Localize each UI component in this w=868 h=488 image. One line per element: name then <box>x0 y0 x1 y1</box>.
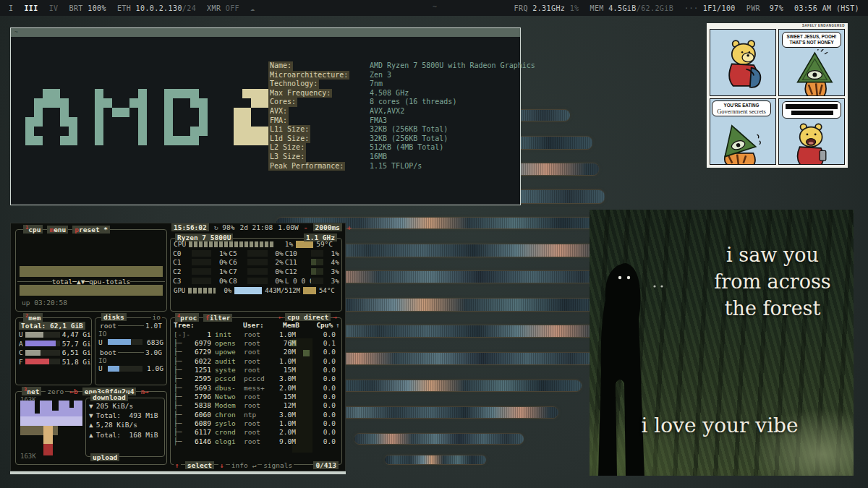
gpu-total-graph <box>20 285 163 296</box>
mem-bar <box>25 332 60 338</box>
cpu-info-row: Technology: 7nm <box>268 80 535 89</box>
cpu-info-row: AVX: AVX,AVX2 <box>268 107 535 116</box>
cpu-model-label: Ryzen 7 5800U <box>175 234 233 241</box>
process-row[interactable]: ├─5796Networoot15M0.0 <box>171 392 341 401</box>
process-row[interactable]: ├─1251systeroot15M0.0 <box>171 365 341 374</box>
cpu-info-label: AVX: <box>268 107 289 116</box>
proc-sort-right-button[interactable]: → <box>333 313 337 321</box>
cpu-info-value: 1.15 TFLOP/s <box>370 162 422 171</box>
interval-minus-button[interactable]: - <box>304 223 308 231</box>
core-row: C30% <box>173 276 227 286</box>
forest-creature-silhouette <box>592 262 679 476</box>
proc-box-title[interactable]: 4proc <box>175 313 199 322</box>
preset-button[interactable]: preset * <box>72 226 110 234</box>
cpu-box-title[interactable]: 1cpu <box>23 225 43 234</box>
upload-label: upload <box>90 453 119 461</box>
net-prev-button[interactable]: ←b <box>69 388 77 395</box>
cpu-temp-graph <box>296 241 313 248</box>
cpu-info-row: Max Frequency: 4.508 GHz <box>268 89 535 98</box>
net-zero-button[interactable]: zero <box>46 388 65 395</box>
cpu-info-value: AVX,AVX2 <box>370 107 404 116</box>
net-next-button[interactable]: n→ <box>140 388 148 395</box>
btop-status-row: 15:56:02 ↻ 98% 2d 21:08 1.00W - 2000ms + <box>171 223 352 231</box>
select-down-arrow[interactable]: ↓ <box>218 461 226 469</box>
shocked-pooh-figure <box>779 121 844 165</box>
disk-io-label: IO <box>98 330 163 338</box>
interval-plus-button[interactable]: + <box>347 223 352 231</box>
mem-bar <box>25 341 60 346</box>
net-stat-row: ▼Total: 493 MiB <box>86 411 164 420</box>
gpu-usage-meter <box>188 288 216 294</box>
filter-button[interactable]: filter <box>203 314 232 322</box>
mem-bar <box>25 359 60 364</box>
uptime-label: up 03:20:58 <box>22 299 67 307</box>
amd-ascii-art <box>25 89 286 145</box>
proc-box: 4proc filter ← cpu direct → Tree: User: … <box>170 317 342 465</box>
core-graph <box>192 278 211 284</box>
net-graph: 163K 163K <box>19 395 82 461</box>
btop-window[interactable]: 1cpu menu preset * total─▲▼─gpu-totals u… <box>10 223 346 471</box>
core-graph <box>311 268 323 275</box>
info-button[interactable]: info ↵ <box>230 461 258 469</box>
process-list: [-]-1initroot1.0M0.0 ├─6979opensroot76M0… <box>171 330 341 445</box>
process-row[interactable]: ├─5693dbus-mess+2.0M0.0 <box>171 383 341 392</box>
core-graph <box>247 259 267 265</box>
xmr-toggle[interactable]: XMR OFF <box>207 4 239 12</box>
workspace-i[interactable]: I <box>9 4 13 12</box>
interval-readout: 2000ms <box>313 223 342 231</box>
government-secrets-panel: YOU'RE EATING Government secrets <box>710 98 776 166</box>
process-row[interactable]: ├─6022auditroot1.0M0.0 <box>171 356 341 365</box>
cpu-info-row: Peak Performance: 1.15 TFLOP/s <box>268 162 535 171</box>
counter-indicator: ··· 1F1/100 <box>684 4 736 12</box>
process-row[interactable]: ├─5838Modemroot12M0.0 <box>171 401 341 410</box>
cpu-total-graph <box>20 266 163 277</box>
disk-used-bar <box>108 366 142 372</box>
net-stat-row: ▲5,28 KiB/s <box>86 420 164 429</box>
select-button[interactable]: select <box>185 461 214 469</box>
cpu-info-row: L2 Size: 512KB (4MB Total) <box>268 143 535 153</box>
process-row[interactable]: ├─6146elogiroot9.0M0.0 <box>171 437 341 445</box>
menu-button[interactable]: menu <box>47 226 68 234</box>
workspace-iv[interactable]: IV <box>49 4 59 12</box>
terminal-titlebar[interactable]: ~ <box>11 28 520 37</box>
process-row[interactable]: ├─6089sysloroot1.0M0.0 <box>171 419 341 427</box>
cpu-info-value: 32KB (256KB Total) <box>370 125 448 134</box>
process-row[interactable]: ├─2595pcscdpcscd3.0M0.0 <box>171 374 341 383</box>
forest-meme-image: i saw you from across the forest i love … <box>590 210 854 476</box>
io-mode-label[interactable]: io <box>151 313 162 321</box>
core-row: C123% <box>285 267 339 276</box>
meme-watermark: SAFELY ENDANGERED <box>802 24 845 27</box>
wallpaper-glitch-strip <box>324 407 558 418</box>
mem-row: A 57,7 Gi <box>19 339 88 348</box>
gpu-usage-row: GPU 0% 443M/512M 54°C <box>171 286 341 294</box>
process-row[interactable]: ├─6729upoweroot20M0.0 <box>171 348 341 356</box>
select-up-arrow[interactable]: ↑ <box>174 461 181 469</box>
core-row: C70% <box>229 267 283 276</box>
cpu-info-value: Zen 3 <box>370 71 391 80</box>
cpu-info-row: L3 Size: 16MB <box>268 153 535 162</box>
terminal-window[interactable]: ~ Name: AMD Ryzen 7 5800U with Radeon Gr… <box>10 27 521 205</box>
disk-used-row: U 1.0G <box>98 364 163 374</box>
workspace-iii[interactable]: III <box>24 4 38 12</box>
cpu-info-label: Name: <box>268 61 293 71</box>
process-row[interactable]: ├─6117crondroot2.0M0.0 <box>171 428 341 437</box>
mem-box-title[interactable]: 2mem <box>23 313 43 322</box>
core-graph <box>311 259 323 265</box>
process-row[interactable]: ├─6060chronntp3.0M0.0 <box>171 410 341 419</box>
disk-header: root1.0T <box>98 322 163 330</box>
process-row[interactable]: [-]-1initroot1.0M0.0 <box>171 330 341 338</box>
gpu-temp-graph <box>303 287 316 294</box>
disks-box-title[interactable]: disks <box>101 313 127 321</box>
speech-bubble: SWEET JESUS, POOH! THAT'S NOT HONEY <box>782 32 841 48</box>
cpu-info-row: FMA: FMA3 <box>268 116 535 126</box>
process-row[interactable]: ├─6979opensroot76M0.1 <box>171 338 341 347</box>
proc-sort-left-button[interactable]: ← <box>278 313 283 321</box>
cpu-info-row: L1i Size: 32KB (256KB Total) <box>268 125 535 134</box>
cpu-info-label: Max Frequency: <box>268 89 332 98</box>
core-graph <box>247 268 267 275</box>
cpu-info-label: Peak Performance: <box>268 162 345 171</box>
signals-button[interactable]: signals <box>262 461 294 469</box>
core-graph <box>192 268 211 275</box>
core-row: C50% <box>229 249 283 258</box>
shocked-pooh-panel <box>778 98 845 166</box>
